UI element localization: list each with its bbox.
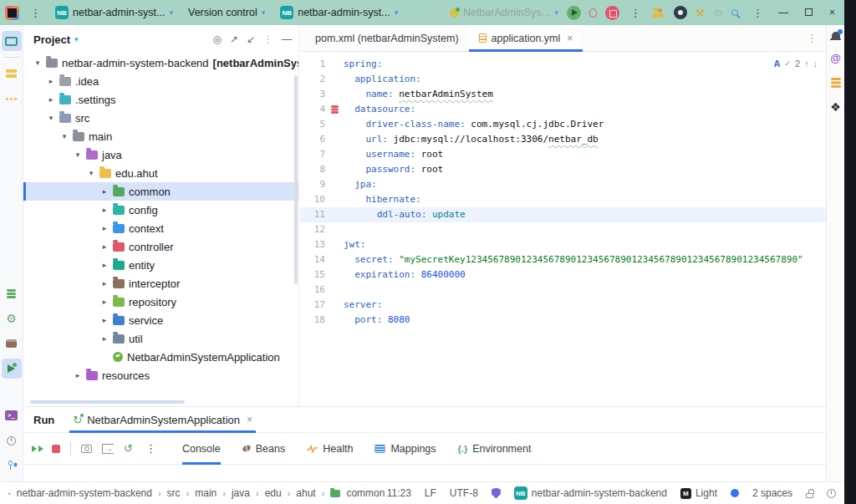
breadcrumb-item[interactable]: common [346,487,385,499]
database-coins-icon[interactable] [831,78,841,80]
chevron-down-icon[interactable]: ▾ [87,169,95,177]
locate-file-button[interactable]: ◎ [212,33,221,45]
chevron-right-icon[interactable]: ▸ [74,371,82,379]
tree-item[interactable]: NetbarAdminSystemApplication [23,348,298,366]
snapshot-button[interactable] [81,445,92,453]
tab-mappings[interactable]: Mappings [374,433,436,465]
chevron-right-icon[interactable]: ▸ [100,206,109,214]
chevron-right-icon[interactable]: ▸ [100,334,109,343]
breadcrumb-item[interactable]: java [232,487,250,499]
collapse-all-button[interactable]: ↙ [247,33,255,45]
run-tab[interactable]: ↻ NetbarAdminSystemApplication × [69,407,256,433]
status-dot-icon[interactable] [731,489,739,497]
project-widget[interactable]: NB netbar-admin-system-backend [514,486,667,500]
plugin-knot-icon[interactable]: ❖ [830,100,841,114]
tab-application-yml[interactable]: application.yml × [469,25,583,51]
inspection-widget[interactable]: A✓ 2 ↑ ↓ [773,59,818,69]
project-panel-title[interactable]: Project [33,33,70,46]
project-switcher[interactable]: NB netbar-admin-syst... ▾ [52,4,176,21]
restart-actuator-button[interactable]: ↺ [124,442,133,455]
tab-console[interactable]: Console [182,433,221,465]
chevron-right-icon[interactable]: ▸ [47,77,55,85]
chevron-down-icon[interactable]: ▾ [47,114,55,122]
tab-beans[interactable]: Beans [242,433,285,465]
cursor-position[interactable]: 11:23 [387,487,411,499]
indent-widget[interactable]: 2 spaces [752,487,792,499]
chevron-right-icon[interactable]: ▸ [47,95,55,104]
breadcrumb-item[interactable]: ahut [296,487,315,499]
tree-item-root[interactable]: ▾ netbar-admin-system-backend [netbarAdm… [23,53,298,72]
titlebar-kebab-button[interactable]: ⋮ [750,7,766,19]
vcs-widget[interactable]: Version control ▾ [185,5,268,20]
chevron-right-icon[interactable]: ▸ [100,261,109,269]
breadcrumb-item[interactable]: src [167,487,181,499]
chevron-down-icon[interactable]: ▾ [74,150,82,159]
chevron-down-icon[interactable]: ▾ [33,59,42,67]
tree-item[interactable]: ▾ edu.ahut [23,164,298,182]
tree-item[interactable]: ▸ .idea [23,72,298,90]
alarm-icon[interactable] [827,489,836,498]
git-toolwindow-button[interactable] [2,456,22,476]
tab-pom-xml[interactable]: pom.xml (netbarAdminSystem) [300,25,469,51]
build-toolwindow-button[interactable] [2,333,22,354]
database-toolwindow-button[interactable] [2,283,22,303]
branch-widget[interactable]: NB netbar-admin-syst... ▾ [277,4,401,21]
tree-item[interactable]: ▸ resources [23,366,298,384]
rerun-button[interactable] [32,445,37,452]
hide-panel-button[interactable]: — [282,33,292,45]
services-toolwindow-button[interactable]: ⚙ [2,308,22,328]
run-button[interactable] [567,6,581,20]
line-separator-widget[interactable]: LF [425,487,436,499]
ai-assistant-icon[interactable]: @ [830,52,841,64]
unlock-icon[interactable] [806,493,813,498]
build-tools-icon[interactable]: ⚒ [696,7,706,19]
encoding-widget[interactable]: UTF-8 [450,487,478,499]
chevron-right-icon[interactable]: ▸ [100,298,109,306]
run-options-button[interactable]: ⋮ [143,442,159,455]
more-toolwindows-button[interactable] [2,89,22,109]
project-toolwindow-button[interactable] [2,31,22,51]
settings-gear-icon[interactable]: ⚙ [713,7,723,19]
commit-toolwindow-button[interactable] [2,64,22,84]
close-button[interactable]: × [825,7,839,18]
tree-item[interactable]: ▸ .settings [23,90,298,109]
tree-item[interactable]: ▾ java [23,145,298,164]
tree-vertical-scrollbar[interactable] [294,75,298,284]
tab-environment[interactable]: {.}Environment [458,433,532,465]
tree-item[interactable]: ▾ main [23,127,298,145]
tree-horizontal-scrollbar[interactable] [30,400,185,404]
chevron-right-icon[interactable]: ▸ [100,316,109,324]
tree-item-selected[interactable]: ▸ common [23,182,298,201]
tree-item[interactable]: ▸ context [23,219,298,237]
more-run-actions-button[interactable]: ⋮ [628,7,644,19]
chevron-right-icon[interactable]: ▸ [100,279,109,288]
stop-process-button[interactable] [52,445,60,453]
tab-options-button[interactable]: ⋮ [807,32,826,44]
users-icon[interactable] [652,8,665,18]
minimize-button[interactable]: — [774,7,792,18]
breadcrumb-item[interactable]: edu [265,487,282,499]
code-area[interactable]: A✓ 2 ↑ ↓ 1spring: 2 application: 3 name:… [300,52,826,328]
tree-item[interactable]: ▸ util [23,329,298,348]
breadcrumb-item[interactable]: netbar-admin-system-backend [17,487,152,499]
export-button[interactable]: → [102,444,114,454]
tree-item[interactable]: ▸ controller [23,237,298,256]
tree-item[interactable]: ▸ entity [23,256,298,274]
search-icon[interactable] [731,9,738,16]
tree-item[interactable]: ▸ service [23,311,298,329]
tab-health[interactable]: Health [307,433,353,465]
chevron-right-icon[interactable]: ▸ [100,242,109,251]
run-toolwindow-button[interactable] [2,359,22,379]
tree-item[interactable]: ▾ src [23,109,298,127]
main-menu-button[interactable]: ⋮ [28,7,43,19]
maximize-button[interactable] [801,7,817,18]
expand-all-button[interactable]: ↗ [230,33,238,45]
notifications-bell-icon[interactable] [832,32,840,38]
theme-widget[interactable]: M Light [680,487,717,499]
tree-item[interactable]: ▸ repository [23,293,298,311]
chevron-down-icon[interactable]: ▾ [60,132,69,140]
tree-item[interactable]: ▸ config [23,201,298,219]
debug-button[interactable] [589,8,597,18]
terminal-toolwindow-button[interactable]: >_ [2,405,22,425]
code-with-me-icon[interactable] [674,6,687,19]
